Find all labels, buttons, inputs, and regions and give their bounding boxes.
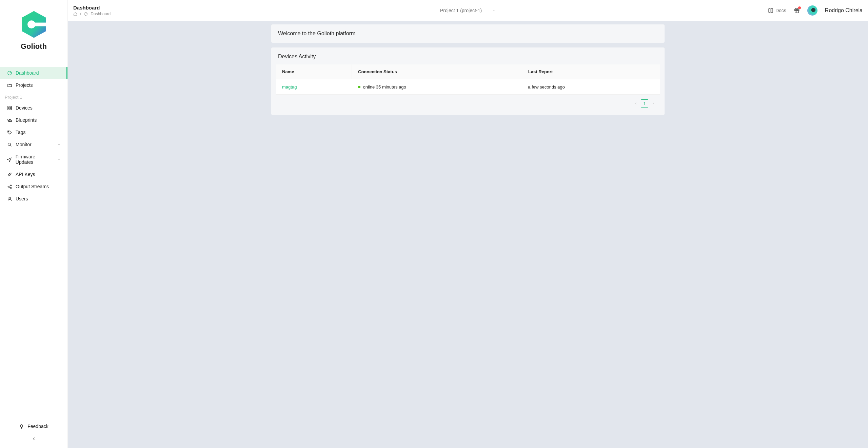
sidebar-bottom: Feedback <box>0 420 67 448</box>
device-link[interactable]: magtag <box>282 84 297 90</box>
share-icon <box>7 184 12 189</box>
sidebar-nav: Dashboard Projects Project 1 Devices Bl <box>0 57 67 420</box>
sidebar-item-devices[interactable]: Devices <box>0 102 67 114</box>
brand-logo-block: Golioth <box>4 0 63 57</box>
dashboard-icon <box>7 70 12 76</box>
sidebar-item-label: Tags <box>16 130 26 135</box>
sidebar-item-label: Firmware Updates <box>16 154 54 165</box>
sidebar-item-label: Dashboard <box>16 70 39 76</box>
project-selector[interactable]: Project 1 (project-1) <box>437 6 498 15</box>
content: Welcome to the Golioth platform Devices … <box>68 21 868 448</box>
folder-icon <box>7 82 12 88</box>
svg-point-11 <box>8 143 11 145</box>
devices-activity-table: Name Connection Status Last Report magta… <box>276 64 660 95</box>
sidebar-item-monitor[interactable]: Monitor <box>0 138 67 151</box>
pagination-next[interactable] <box>652 102 655 105</box>
breadcrumb: / Dashboard <box>73 12 437 16</box>
main: Dashboard / Dashboard Project 1 (project… <box>68 0 868 448</box>
status-text: online 35 minutes ago <box>363 84 406 90</box>
breadcrumb-sep: / <box>80 12 81 16</box>
chevron-down-icon <box>492 8 496 12</box>
search-icon <box>7 142 12 147</box>
brand-name: Golioth <box>21 42 47 51</box>
sidebar-item-blueprints[interactable]: Blueprints <box>0 114 67 126</box>
svg-point-10 <box>8 131 9 132</box>
devices-activity-card: Devices Activity Name Connection Status … <box>271 47 665 115</box>
page-title: Dashboard <box>73 5 437 11</box>
table-row[interactable]: magtag online 35 minutes ago a few secon… <box>276 79 660 95</box>
col-last-report[interactable]: Last Report <box>522 64 660 79</box>
sidebar-item-label: API Keys <box>16 172 35 177</box>
feedback-label: Feedback <box>27 424 48 429</box>
notification-badge <box>798 6 801 9</box>
sidebar-item-feedback[interactable]: Feedback <box>0 420 67 432</box>
dashboard-icon <box>84 12 88 16</box>
topbar: Dashboard / Dashboard Project 1 (project… <box>68 0 868 21</box>
chevron-down-icon <box>57 158 61 161</box>
status-dot-online-icon <box>358 86 360 88</box>
sidebar-item-projects[interactable]: Projects <box>0 79 67 91</box>
sidebar: Golioth Dashboard Projects Project 1 <box>0 0 68 448</box>
user-name[interactable]: Rodrigo Chireia <box>825 7 863 14</box>
grid-icon <box>7 105 12 111</box>
whats-new-button[interactable] <box>794 7 800 14</box>
svg-rect-5 <box>10 106 11 107</box>
svg-rect-9 <box>10 120 12 121</box>
svg-rect-7 <box>10 108 11 110</box>
sidebar-item-firmware-updates[interactable]: Firmware Updates <box>0 151 67 168</box>
sidebar-item-label: Output Streams <box>16 184 49 189</box>
welcome-card: Welcome to the Golioth platform <box>271 24 665 43</box>
activity-title: Devices Activity <box>271 47 665 64</box>
home-icon[interactable] <box>73 12 77 16</box>
chevron-down-icon <box>57 143 61 146</box>
sidebar-item-label: Projects <box>16 82 33 88</box>
sidebar-item-label: Devices <box>16 105 33 111</box>
svg-rect-6 <box>7 108 9 110</box>
svg-rect-4 <box>7 106 9 107</box>
user-icon <box>7 196 12 201</box>
user-avatar[interactable] <box>807 5 817 16</box>
send-icon <box>7 157 12 162</box>
svg-point-16 <box>9 197 11 199</box>
docs-label: Docs <box>775 8 786 13</box>
pagination-prev[interactable] <box>634 102 637 105</box>
pagination-page-1[interactable]: 1 <box>641 99 648 108</box>
connection-status: online 35 minutes ago <box>358 84 406 90</box>
sidebar-item-dashboard[interactable]: Dashboard <box>0 67 67 79</box>
svg-point-12 <box>9 174 10 174</box>
col-name[interactable]: Name <box>276 64 352 79</box>
rocket-icon <box>7 172 12 177</box>
brand-logo-icon <box>18 8 50 41</box>
sidebar-item-label: Blueprints <box>16 117 37 123</box>
bulb-icon <box>19 424 24 429</box>
book-icon <box>768 8 773 13</box>
sidebar-section-label: Project 1 <box>0 91 67 102</box>
svg-rect-8 <box>7 119 9 120</box>
sidebar-item-label: Monitor <box>16 142 32 147</box>
breadcrumb-current: Dashboard <box>91 12 111 16</box>
sidebar-item-output-streams[interactable]: Output Streams <box>0 180 67 193</box>
pagination: 1 <box>271 95 665 115</box>
col-connection-status[interactable]: Connection Status <box>352 64 522 79</box>
sidebar-item-label: Users <box>16 196 28 201</box>
sidebar-item-api-keys[interactable]: API Keys <box>0 168 67 180</box>
chevron-left-icon <box>32 436 36 441</box>
project-selector-label: Project 1 (project-1) <box>440 8 482 13</box>
docs-link[interactable]: Docs <box>768 8 786 13</box>
last-report: a few seconds ago <box>528 84 565 90</box>
blueprint-icon <box>7 117 12 123</box>
svg-rect-2 <box>31 23 46 26</box>
sidebar-item-users[interactable]: Users <box>0 193 67 205</box>
welcome-title: Welcome to the Golioth platform <box>278 31 355 36</box>
tag-icon <box>7 130 12 135</box>
sidebar-item-tags[interactable]: Tags <box>0 126 67 138</box>
sidebar-collapse-button[interactable] <box>0 432 67 445</box>
